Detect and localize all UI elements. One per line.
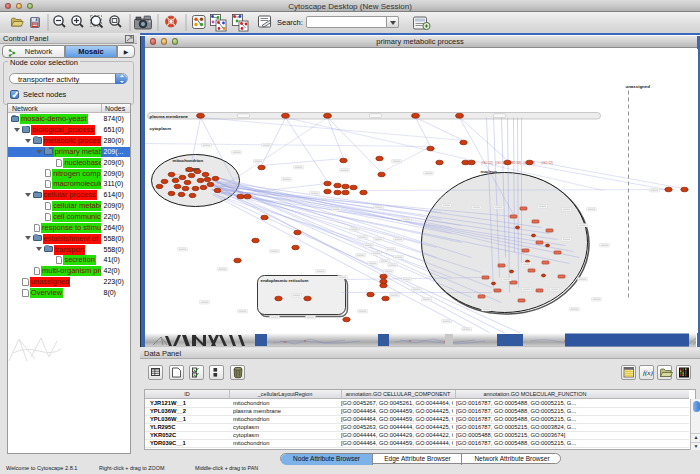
svg-text:mitochondrion: mitochondrion — [172, 158, 203, 163]
svg-text:[GO:12]: [GO:12] — [509, 160, 520, 164]
svg-text:[GO:12]: [GO:12] — [495, 160, 506, 164]
svg-text:[GO:12]: [GO:12] — [481, 160, 492, 164]
svg-text:plasma membrane: plasma membrane — [149, 113, 188, 118]
svg-text:[GO:12]: [GO:12] — [523, 160, 534, 164]
svg-text:cytoplasm: cytoplasm — [149, 126, 171, 131]
svg-text:[GO:12]: [GO:12] — [541, 160, 552, 164]
svg-text:endoplasmic reticulum: endoplasmic reticulum — [260, 278, 308, 283]
svg-text:unassigned: unassigned — [625, 83, 650, 88]
svg-text:f(x): f(x) — [643, 369, 653, 377]
